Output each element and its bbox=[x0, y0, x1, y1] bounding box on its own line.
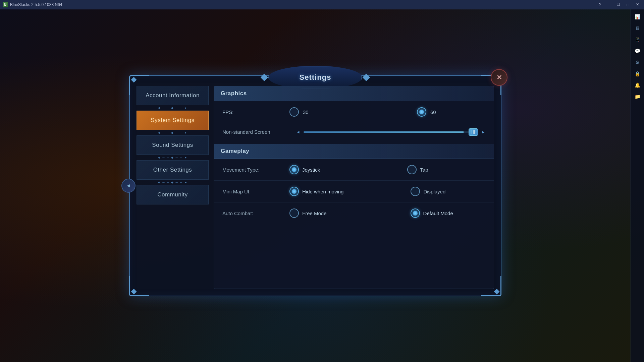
fps-radio-group: 30 60 bbox=[289, 107, 485, 117]
tap-option[interactable]: Tap bbox=[407, 165, 428, 174]
sidebar-item-other-settings[interactable]: Other Settings bbox=[137, 160, 209, 180]
movement-type-group: Joystick Tap bbox=[289, 165, 485, 174]
mini-map-group: Hide when moving Displayed bbox=[289, 187, 485, 196]
auto-combat-row: Auto Combat: Free Mode Default Mode bbox=[214, 202, 494, 224]
slider-handle-line-1 bbox=[472, 130, 472, 134]
gameplay-title: Gameplay bbox=[221, 148, 249, 154]
modal-title: Settings bbox=[300, 73, 331, 82]
right-icon-8[interactable]: 📁 bbox=[633, 92, 642, 101]
corner-diamond-tl bbox=[131, 77, 137, 83]
corner-diamond-bl bbox=[131, 289, 137, 295]
sidebar-item-account-information[interactable]: Account Information bbox=[137, 86, 209, 105]
right-icon-5[interactable]: ⚙ bbox=[633, 58, 642, 67]
app-icon: B bbox=[3, 2, 8, 7]
fps-60-option[interactable]: 60 bbox=[417, 107, 440, 117]
displayed-radio[interactable] bbox=[411, 187, 420, 196]
sidebar-divider-2 bbox=[137, 130, 209, 135]
displayed-label: Displayed bbox=[423, 189, 445, 194]
free-mode-option[interactable]: Free Mode bbox=[289, 208, 327, 218]
help-button[interactable]: ? bbox=[596, 2, 604, 8]
close-window-button[interactable]: ✕ bbox=[633, 2, 641, 8]
default-mode-label: Default Mode bbox=[423, 210, 453, 216]
fps-30-option[interactable]: 30 bbox=[289, 107, 313, 117]
default-mode-radio[interactable] bbox=[411, 208, 420, 218]
hide-when-moving-radio[interactable] bbox=[289, 187, 299, 196]
mini-map-row: Mini Map UI: Hide when moving Displayed bbox=[214, 181, 494, 202]
overlay: Settings ✕ ◄ Account Information System … bbox=[0, 9, 631, 362]
fps-60-radio[interactable] bbox=[417, 107, 426, 117]
header-diamond-right bbox=[363, 74, 370, 81]
fps-60-label: 60 bbox=[430, 109, 440, 115]
right-icon-2[interactable]: 🖥 bbox=[633, 23, 642, 33]
nonstandard-label: Non-standard Screen bbox=[222, 129, 289, 135]
modal-body: Account Information System Settings Soun… bbox=[137, 86, 494, 289]
right-icon-1[interactable]: 📊 bbox=[633, 12, 642, 21]
gameplay-section-header: Gameplay bbox=[214, 144, 494, 159]
restore-button[interactable]: ❐ bbox=[614, 2, 623, 8]
slider-fill bbox=[304, 131, 464, 133]
sidebar: Account Information System Settings Soun… bbox=[137, 86, 209, 289]
app-title: BlueStacks 2 5.5.0.1083 N64 bbox=[10, 2, 62, 7]
back-button[interactable]: ◄ bbox=[121, 179, 136, 193]
nonstandard-screen-row: Non-standard Screen ◄ ► bbox=[214, 123, 494, 141]
joystick-label: Joystick bbox=[302, 167, 320, 173]
tap-label: Tap bbox=[420, 167, 428, 173]
graphics-title: Graphics bbox=[221, 90, 247, 97]
maximize-button[interactable]: □ bbox=[624, 2, 632, 8]
sidebar-item-sound-settings[interactable]: Sound Settings bbox=[137, 135, 209, 155]
right-icon-3[interactable]: 📱 bbox=[633, 35, 642, 44]
corner-diamond-br bbox=[494, 289, 500, 295]
header-diamond-left bbox=[261, 74, 268, 81]
free-mode-label: Free Mode bbox=[302, 210, 327, 216]
graphics-section-header: Graphics bbox=[214, 86, 494, 101]
mini-map-label: Mini Map UI: bbox=[222, 189, 289, 194]
slider-left-arrow-icon: ◄ bbox=[296, 130, 300, 134]
slider-handle-line-2 bbox=[473, 130, 474, 134]
right-icon-6[interactable]: 🔒 bbox=[633, 69, 642, 78]
sidebar-item-community[interactable]: Community bbox=[137, 185, 209, 204]
sidebar-divider-3 bbox=[137, 155, 209, 160]
sidebar-divider-1 bbox=[137, 105, 209, 111]
right-icon-7[interactable]: 🔔 bbox=[633, 80, 642, 90]
fps-30-label: 30 bbox=[303, 109, 313, 115]
movement-type-label: Movement Type: bbox=[222, 167, 289, 173]
free-mode-radio[interactable] bbox=[289, 208, 299, 218]
fps-30-radio[interactable] bbox=[289, 107, 299, 117]
right-panel: 📊 🖥 📱 💬 ⚙ 🔒 🔔 📁 bbox=[631, 9, 644, 362]
joystick-radio[interactable] bbox=[289, 165, 299, 174]
slider-track[interactable] bbox=[304, 131, 478, 133]
displayed-option[interactable]: Displayed bbox=[411, 187, 445, 196]
minimize-button[interactable]: ─ bbox=[605, 2, 613, 8]
tap-radio[interactable] bbox=[407, 165, 417, 174]
joystick-option[interactable]: Joystick bbox=[289, 165, 320, 174]
auto-combat-label: Auto Combat: bbox=[222, 210, 289, 216]
titlebar: B BlueStacks 2 5.5.0.1083 N64 ? ─ ❐ □ ✕ bbox=[0, 0, 644, 9]
default-mode-option[interactable]: Default Mode bbox=[411, 208, 453, 218]
fps-label: FPS: bbox=[222, 109, 289, 115]
slider-handle[interactable] bbox=[469, 128, 478, 136]
content-area[interactable]: Graphics FPS: 30 60 bbox=[214, 86, 494, 289]
hide-when-moving-label: Hide when moving bbox=[302, 189, 343, 194]
auto-combat-group: Free Mode Default Mode bbox=[289, 208, 485, 218]
slider-handle-line-3 bbox=[474, 130, 475, 134]
fps-setting-row: FPS: 30 60 bbox=[214, 101, 494, 123]
close-modal-button[interactable]: ✕ bbox=[491, 69, 507, 86]
sidebar-divider-4 bbox=[137, 180, 209, 185]
slider-right-arrow-icon: ► bbox=[481, 130, 485, 134]
right-icon-4[interactable]: 💬 bbox=[633, 46, 642, 56]
nonstandard-slider[interactable]: ◄ ► bbox=[296, 130, 485, 134]
hide-when-moving-option[interactable]: Hide when moving bbox=[289, 187, 343, 196]
sidebar-item-system-settings[interactable]: System Settings bbox=[137, 111, 209, 130]
movement-type-row: Movement Type: Joystick Tap bbox=[214, 159, 494, 181]
settings-modal: Settings ✕ ◄ Account Information System … bbox=[129, 75, 501, 296]
titlebar-controls: ? ─ ❐ □ ✕ bbox=[596, 2, 641, 8]
